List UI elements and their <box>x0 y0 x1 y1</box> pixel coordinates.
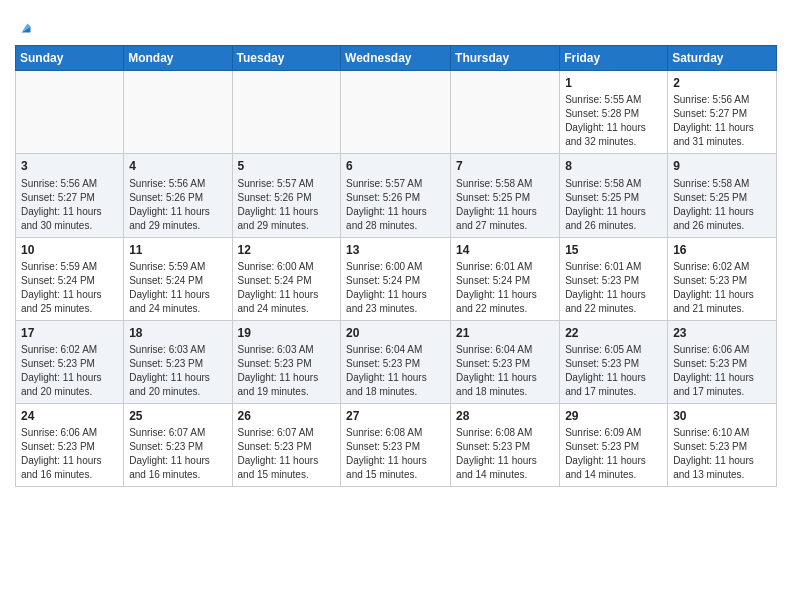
weekday-header-monday: Monday <box>124 46 232 71</box>
day-info: Sunrise: 5:56 AM Sunset: 5:27 PM Dayligh… <box>21 177 118 233</box>
calendar-cell: 22Sunrise: 6:05 AM Sunset: 5:23 PM Dayli… <box>560 320 668 403</box>
calendar-cell: 16Sunrise: 6:02 AM Sunset: 5:23 PM Dayli… <box>668 237 777 320</box>
day-number: 5 <box>238 158 336 174</box>
weekday-header-wednesday: Wednesday <box>341 46 451 71</box>
calendar-cell: 26Sunrise: 6:07 AM Sunset: 5:23 PM Dayli… <box>232 403 341 486</box>
day-info: Sunrise: 6:08 AM Sunset: 5:23 PM Dayligh… <box>456 426 554 482</box>
calendar-week-1: 1Sunrise: 5:55 AM Sunset: 5:28 PM Daylig… <box>16 71 777 154</box>
day-info: Sunrise: 5:56 AM Sunset: 5:26 PM Dayligh… <box>129 177 226 233</box>
day-info: Sunrise: 6:07 AM Sunset: 5:23 PM Dayligh… <box>129 426 226 482</box>
calendar-cell: 7Sunrise: 5:58 AM Sunset: 5:25 PM Daylig… <box>451 154 560 237</box>
calendar-cell: 21Sunrise: 6:04 AM Sunset: 5:23 PM Dayli… <box>451 320 560 403</box>
day-number: 10 <box>21 242 118 258</box>
day-info: Sunrise: 6:01 AM Sunset: 5:24 PM Dayligh… <box>456 260 554 316</box>
calendar-cell: 30Sunrise: 6:10 AM Sunset: 5:23 PM Dayli… <box>668 403 777 486</box>
day-number: 24 <box>21 408 118 424</box>
calendar-cell: 29Sunrise: 6:09 AM Sunset: 5:23 PM Dayli… <box>560 403 668 486</box>
calendar-header-row: SundayMondayTuesdayWednesdayThursdayFrid… <box>16 46 777 71</box>
day-info: Sunrise: 5:58 AM Sunset: 5:25 PM Dayligh… <box>565 177 662 233</box>
day-number: 4 <box>129 158 226 174</box>
day-info: Sunrise: 6:00 AM Sunset: 5:24 PM Dayligh… <box>346 260 445 316</box>
calendar-cell: 14Sunrise: 6:01 AM Sunset: 5:24 PM Dayli… <box>451 237 560 320</box>
day-number: 25 <box>129 408 226 424</box>
calendar-cell: 28Sunrise: 6:08 AM Sunset: 5:23 PM Dayli… <box>451 403 560 486</box>
day-number: 12 <box>238 242 336 258</box>
calendar-cell: 5Sunrise: 5:57 AM Sunset: 5:26 PM Daylig… <box>232 154 341 237</box>
day-number: 18 <box>129 325 226 341</box>
calendar-cell <box>124 71 232 154</box>
calendar-cell <box>16 71 124 154</box>
calendar-week-4: 17Sunrise: 6:02 AM Sunset: 5:23 PM Dayli… <box>16 320 777 403</box>
day-number: 3 <box>21 158 118 174</box>
day-number: 20 <box>346 325 445 341</box>
logo-icon <box>17 19 35 37</box>
day-number: 19 <box>238 325 336 341</box>
day-info: Sunrise: 6:04 AM Sunset: 5:23 PM Dayligh… <box>346 343 445 399</box>
day-info: Sunrise: 6:00 AM Sunset: 5:24 PM Dayligh… <box>238 260 336 316</box>
calendar-cell: 24Sunrise: 6:06 AM Sunset: 5:23 PM Dayli… <box>16 403 124 486</box>
day-info: Sunrise: 5:55 AM Sunset: 5:28 PM Dayligh… <box>565 93 662 149</box>
calendar-cell: 19Sunrise: 6:03 AM Sunset: 5:23 PM Dayli… <box>232 320 341 403</box>
day-info: Sunrise: 6:07 AM Sunset: 5:23 PM Dayligh… <box>238 426 336 482</box>
calendar-cell: 13Sunrise: 6:00 AM Sunset: 5:24 PM Dayli… <box>341 237 451 320</box>
day-info: Sunrise: 6:01 AM Sunset: 5:23 PM Dayligh… <box>565 260 662 316</box>
weekday-header-tuesday: Tuesday <box>232 46 341 71</box>
calendar-cell: 2Sunrise: 5:56 AM Sunset: 5:27 PM Daylig… <box>668 71 777 154</box>
day-number: 6 <box>346 158 445 174</box>
calendar-cell: 10Sunrise: 5:59 AM Sunset: 5:24 PM Dayli… <box>16 237 124 320</box>
calendar: SundayMondayTuesdayWednesdayThursdayFrid… <box>15 45 777 487</box>
day-number: 15 <box>565 242 662 258</box>
day-info: Sunrise: 6:09 AM Sunset: 5:23 PM Dayligh… <box>565 426 662 482</box>
day-number: 30 <box>673 408 771 424</box>
calendar-cell <box>341 71 451 154</box>
day-info: Sunrise: 5:56 AM Sunset: 5:27 PM Dayligh… <box>673 93 771 149</box>
day-number: 27 <box>346 408 445 424</box>
day-number: 13 <box>346 242 445 258</box>
day-number: 16 <box>673 242 771 258</box>
calendar-cell: 23Sunrise: 6:06 AM Sunset: 5:23 PM Dayli… <box>668 320 777 403</box>
day-info: Sunrise: 6:03 AM Sunset: 5:23 PM Dayligh… <box>238 343 336 399</box>
day-number: 14 <box>456 242 554 258</box>
day-number: 8 <box>565 158 662 174</box>
day-info: Sunrise: 6:10 AM Sunset: 5:23 PM Dayligh… <box>673 426 771 482</box>
calendar-cell: 20Sunrise: 6:04 AM Sunset: 5:23 PM Dayli… <box>341 320 451 403</box>
day-info: Sunrise: 6:05 AM Sunset: 5:23 PM Dayligh… <box>565 343 662 399</box>
calendar-cell: 9Sunrise: 5:58 AM Sunset: 5:25 PM Daylig… <box>668 154 777 237</box>
weekday-header-friday: Friday <box>560 46 668 71</box>
calendar-week-5: 24Sunrise: 6:06 AM Sunset: 5:23 PM Dayli… <box>16 403 777 486</box>
day-number: 21 <box>456 325 554 341</box>
calendar-cell: 18Sunrise: 6:03 AM Sunset: 5:23 PM Dayli… <box>124 320 232 403</box>
day-number: 17 <box>21 325 118 341</box>
calendar-cell: 3Sunrise: 5:56 AM Sunset: 5:27 PM Daylig… <box>16 154 124 237</box>
day-number: 26 <box>238 408 336 424</box>
calendar-cell: 17Sunrise: 6:02 AM Sunset: 5:23 PM Dayli… <box>16 320 124 403</box>
day-info: Sunrise: 5:58 AM Sunset: 5:25 PM Dayligh… <box>456 177 554 233</box>
header <box>15 10 777 37</box>
day-number: 11 <box>129 242 226 258</box>
day-info: Sunrise: 6:02 AM Sunset: 5:23 PM Dayligh… <box>673 260 771 316</box>
day-info: Sunrise: 5:57 AM Sunset: 5:26 PM Dayligh… <box>346 177 445 233</box>
day-info: Sunrise: 5:58 AM Sunset: 5:25 PM Dayligh… <box>673 177 771 233</box>
weekday-header-saturday: Saturday <box>668 46 777 71</box>
weekday-header-thursday: Thursday <box>451 46 560 71</box>
day-info: Sunrise: 6:02 AM Sunset: 5:23 PM Dayligh… <box>21 343 118 399</box>
calendar-cell: 6Sunrise: 5:57 AM Sunset: 5:26 PM Daylig… <box>341 154 451 237</box>
day-info: Sunrise: 5:59 AM Sunset: 5:24 PM Dayligh… <box>21 260 118 316</box>
day-number: 2 <box>673 75 771 91</box>
day-number: 29 <box>565 408 662 424</box>
day-number: 9 <box>673 158 771 174</box>
calendar-cell: 4Sunrise: 5:56 AM Sunset: 5:26 PM Daylig… <box>124 154 232 237</box>
calendar-cell: 25Sunrise: 6:07 AM Sunset: 5:23 PM Dayli… <box>124 403 232 486</box>
day-number: 7 <box>456 158 554 174</box>
day-info: Sunrise: 6:03 AM Sunset: 5:23 PM Dayligh… <box>129 343 226 399</box>
day-info: Sunrise: 6:06 AM Sunset: 5:23 PM Dayligh… <box>673 343 771 399</box>
calendar-cell: 8Sunrise: 5:58 AM Sunset: 5:25 PM Daylig… <box>560 154 668 237</box>
calendar-cell <box>232 71 341 154</box>
calendar-cell <box>451 71 560 154</box>
day-number: 22 <box>565 325 662 341</box>
calendar-week-2: 3Sunrise: 5:56 AM Sunset: 5:27 PM Daylig… <box>16 154 777 237</box>
calendar-week-3: 10Sunrise: 5:59 AM Sunset: 5:24 PM Dayli… <box>16 237 777 320</box>
day-number: 28 <box>456 408 554 424</box>
day-info: Sunrise: 5:59 AM Sunset: 5:24 PM Dayligh… <box>129 260 226 316</box>
weekday-header-sunday: Sunday <box>16 46 124 71</box>
